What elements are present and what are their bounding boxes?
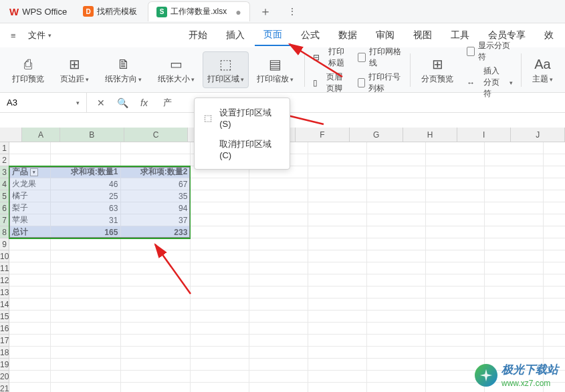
cell[interactable] bbox=[249, 286, 308, 299]
cell[interactable] bbox=[51, 250, 121, 262]
cell[interactable] bbox=[191, 359, 249, 371]
menu-view[interactable]: 视图 bbox=[405, 25, 441, 45]
cell[interactable] bbox=[367, 347, 426, 359]
cell[interactable] bbox=[249, 347, 308, 359]
col-head-H[interactable]: H bbox=[403, 128, 457, 142]
print-area-button[interactable]: ⬚ 打印区域▾ bbox=[203, 51, 249, 88]
cell[interactable] bbox=[191, 299, 249, 311]
cell[interactable] bbox=[308, 286, 367, 299]
cell[interactable] bbox=[9, 359, 51, 371]
cell[interactable] bbox=[121, 371, 191, 383]
col-head-C[interactable]: C bbox=[124, 128, 188, 142]
cell[interactable] bbox=[121, 154, 191, 166]
show-page-break-check[interactable]: 显示分页符 bbox=[467, 40, 513, 63]
cell[interactable] bbox=[485, 335, 544, 347]
cell[interactable] bbox=[367, 335, 426, 347]
cell[interactable] bbox=[426, 274, 485, 286]
cell[interactable] bbox=[51, 371, 121, 383]
cell[interactable] bbox=[51, 299, 121, 311]
cell[interactable] bbox=[544, 154, 565, 166]
paper-size-button[interactable]: ▭ 纸张大小▾ bbox=[150, 55, 203, 85]
cell[interactable] bbox=[308, 178, 367, 190]
cell[interactable] bbox=[191, 214, 249, 226]
print-rowcol-check[interactable]: 打印行号列标 bbox=[358, 71, 402, 94]
cell[interactable] bbox=[308, 238, 367, 250]
cell[interactable] bbox=[485, 202, 544, 214]
cell[interactable]: 总计 bbox=[9, 226, 51, 238]
cell[interactable] bbox=[544, 335, 565, 347]
cell[interactable] bbox=[485, 323, 544, 335]
row-head-2[interactable]: 2 bbox=[0, 154, 9, 166]
search-icon[interactable]: 🔍 bbox=[114, 97, 132, 108]
row-head-15[interactable]: 15 bbox=[0, 311, 9, 323]
cell[interactable] bbox=[249, 226, 308, 238]
cell[interactable] bbox=[51, 262, 121, 274]
cell[interactable] bbox=[367, 323, 426, 335]
cell[interactable] bbox=[9, 238, 51, 250]
cell[interactable] bbox=[426, 250, 485, 262]
cell[interactable] bbox=[308, 166, 367, 178]
cell[interactable]: 35 bbox=[121, 190, 191, 202]
row-head-19[interactable]: 19 bbox=[0, 359, 9, 371]
cell[interactable] bbox=[485, 166, 544, 178]
cell[interactable] bbox=[426, 262, 485, 274]
cell[interactable] bbox=[367, 226, 426, 238]
cell[interactable] bbox=[544, 226, 565, 238]
cell[interactable] bbox=[191, 371, 249, 383]
cell[interactable] bbox=[121, 359, 191, 371]
page-preview-button[interactable]: ⊞ 分页预览 bbox=[413, 55, 461, 85]
cell[interactable]: 46 bbox=[51, 178, 121, 190]
cell[interactable] bbox=[485, 238, 544, 250]
cell[interactable] bbox=[544, 286, 565, 299]
cell[interactable] bbox=[544, 238, 565, 250]
cell[interactable] bbox=[308, 142, 367, 154]
cell[interactable] bbox=[249, 359, 308, 371]
cell[interactable] bbox=[191, 335, 249, 347]
menu-start[interactable]: 开始 bbox=[180, 25, 216, 45]
cell[interactable] bbox=[367, 214, 426, 226]
cell[interactable] bbox=[51, 323, 121, 335]
cell[interactable] bbox=[485, 214, 544, 226]
cell[interactable] bbox=[249, 190, 308, 202]
cell[interactable] bbox=[9, 347, 51, 359]
cell[interactable] bbox=[308, 383, 367, 392]
name-box-input[interactable] bbox=[7, 97, 53, 108]
cell[interactable] bbox=[367, 286, 426, 299]
cell[interactable] bbox=[367, 383, 426, 392]
cell[interactable] bbox=[51, 359, 121, 371]
cell[interactable] bbox=[485, 347, 544, 359]
cell[interactable] bbox=[426, 323, 485, 335]
col-head-B[interactable]: B bbox=[60, 128, 124, 142]
cell[interactable] bbox=[544, 262, 565, 274]
cell[interactable] bbox=[9, 142, 51, 154]
tab-workbook[interactable]: S 工作簿数量.xlsx ● bbox=[148, 1, 249, 21]
cell[interactable] bbox=[121, 299, 191, 311]
col-head-I[interactable]: I bbox=[457, 128, 512, 142]
cell[interactable] bbox=[9, 154, 51, 166]
cell[interactable] bbox=[51, 142, 121, 154]
cell[interactable] bbox=[191, 226, 249, 238]
cell[interactable] bbox=[191, 286, 249, 299]
cell[interactable]: 橘子 bbox=[9, 190, 51, 202]
cell[interactable] bbox=[426, 335, 485, 347]
cell[interactable] bbox=[485, 190, 544, 202]
cell[interactable] bbox=[544, 299, 565, 311]
cell[interactable] bbox=[191, 202, 249, 214]
cell[interactable]: 31 bbox=[51, 214, 121, 226]
cell[interactable] bbox=[426, 286, 485, 299]
cell[interactable] bbox=[249, 335, 308, 347]
cell[interactable] bbox=[308, 190, 367, 202]
cell[interactable]: 产品▾ bbox=[9, 166, 51, 178]
cell[interactable] bbox=[367, 359, 426, 371]
insert-page-break-button[interactable]: ↔ 插入分页符▾ bbox=[467, 65, 513, 100]
cell[interactable] bbox=[9, 311, 51, 323]
cell[interactable] bbox=[367, 202, 426, 214]
cell[interactable] bbox=[9, 371, 51, 383]
cell[interactable] bbox=[308, 311, 367, 323]
cell[interactable] bbox=[121, 323, 191, 335]
col-head-J[interactable]: J bbox=[511, 128, 565, 142]
cell[interactable] bbox=[544, 202, 565, 214]
cell[interactable]: 火龙果 bbox=[9, 178, 51, 190]
cell[interactable] bbox=[191, 323, 249, 335]
cell[interactable] bbox=[9, 383, 51, 392]
